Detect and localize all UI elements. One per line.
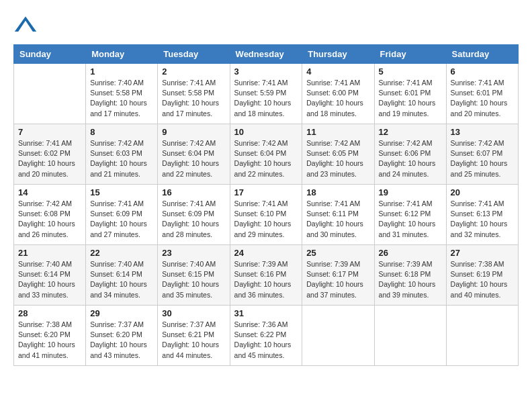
day-info: Sunrise: 7:41 AMSunset: 6:12 PMDaylight:… (379, 199, 442, 240)
day-number: 20 (451, 187, 514, 197)
day-number: 18 (306, 187, 369, 197)
day-number: 22 (90, 248, 153, 258)
day-number: 3 (234, 66, 298, 77)
day-number: 11 (306, 127, 369, 137)
column-header-sunday: Sunday (14, 45, 86, 64)
page-header (13, 13, 519, 38)
calendar-cell: 4Sunrise: 7:41 AMSunset: 6:00 PMDaylight… (302, 64, 374, 124)
day-number: 21 (18, 248, 81, 258)
day-info: Sunrise: 7:41 AMSunset: 6:00 PMDaylight:… (306, 78, 369, 119)
calendar-cell: 24Sunrise: 7:39 AMSunset: 6:16 PMDayligh… (230, 245, 302, 306)
calendar-cell: 3Sunrise: 7:41 AMSunset: 5:59 PMDaylight… (230, 64, 302, 124)
calendar-cell: 29Sunrise: 7:37 AMSunset: 6:20 PMDayligh… (86, 306, 158, 366)
calendar-cell: 27Sunrise: 7:38 AMSunset: 6:19 PMDayligh… (446, 245, 518, 306)
day-number: 12 (379, 127, 442, 137)
calendar-cell: 28Sunrise: 7:38 AMSunset: 6:20 PMDayligh… (14, 306, 86, 366)
calendar-cell: 7Sunrise: 7:41 AMSunset: 6:02 PMDaylight… (14, 124, 86, 185)
day-info: Sunrise: 7:41 AMSunset: 6:01 PMDaylight:… (379, 78, 442, 119)
day-number: 27 (451, 248, 514, 258)
day-info: Sunrise: 7:38 AMSunset: 6:20 PMDaylight:… (18, 320, 81, 361)
day-info: Sunrise: 7:42 AMSunset: 6:04 PMDaylight:… (162, 138, 225, 179)
calendar-cell: 23Sunrise: 7:40 AMSunset: 6:15 PMDayligh… (158, 245, 230, 306)
day-info: Sunrise: 7:41 AMSunset: 6:01 PMDaylight:… (451, 78, 514, 119)
day-number: 26 (379, 248, 442, 258)
day-number: 30 (162, 308, 225, 318)
day-number: 23 (162, 248, 225, 258)
calendar-cell: 14Sunrise: 7:42 AMSunset: 6:08 PMDayligh… (14, 185, 86, 245)
day-number: 10 (234, 127, 298, 137)
day-number: 1 (90, 66, 153, 77)
day-info: Sunrise: 7:42 AMSunset: 6:03 PMDaylight:… (90, 138, 153, 179)
column-header-thursday: Thursday (302, 45, 374, 64)
calendar-header-row: SundayMondayTuesdayWednesdayThursdayFrid… (14, 45, 519, 64)
calendar-cell: 16Sunrise: 7:41 AMSunset: 6:09 PMDayligh… (158, 185, 230, 245)
day-info: Sunrise: 7:37 AMSunset: 6:20 PMDaylight:… (90, 320, 153, 361)
day-info: Sunrise: 7:39 AMSunset: 6:18 PMDaylight:… (379, 259, 442, 300)
day-number: 13 (451, 127, 514, 137)
calendar-cell: 10Sunrise: 7:42 AMSunset: 6:04 PMDayligh… (230, 124, 302, 185)
calendar-cell (446, 306, 518, 366)
day-number: 8 (90, 127, 153, 137)
day-number: 14 (18, 187, 81, 197)
day-info: Sunrise: 7:42 AMSunset: 6:08 PMDaylight:… (18, 199, 81, 240)
day-number: 19 (379, 187, 442, 197)
day-info: Sunrise: 7:36 AMSunset: 6:22 PMDaylight:… (234, 320, 298, 361)
column-header-wednesday: Wednesday (230, 45, 302, 64)
day-number: 2 (162, 66, 225, 77)
day-info: Sunrise: 7:40 AMSunset: 6:15 PMDaylight:… (162, 259, 225, 300)
calendar-cell: 11Sunrise: 7:42 AMSunset: 6:05 PMDayligh… (302, 124, 374, 185)
calendar-cell: 20Sunrise: 7:41 AMSunset: 6:13 PMDayligh… (446, 185, 518, 245)
day-number: 5 (379, 66, 442, 77)
day-info: Sunrise: 7:39 AMSunset: 6:16 PMDaylight:… (234, 259, 298, 300)
calendar-cell (302, 306, 374, 366)
day-info: Sunrise: 7:41 AMSunset: 6:09 PMDaylight:… (90, 199, 153, 240)
day-info: Sunrise: 7:42 AMSunset: 6:06 PMDaylight:… (379, 138, 442, 179)
calendar-cell: 1Sunrise: 7:40 AMSunset: 5:58 PMDaylight… (86, 64, 158, 124)
day-info: Sunrise: 7:40 AMSunset: 6:14 PMDaylight:… (90, 259, 153, 300)
day-number: 9 (162, 127, 225, 137)
day-number: 16 (162, 187, 225, 197)
day-info: Sunrise: 7:41 AMSunset: 6:13 PMDaylight:… (451, 199, 514, 240)
calendar-week-row: 7Sunrise: 7:41 AMSunset: 6:02 PMDaylight… (14, 124, 519, 185)
day-info: Sunrise: 7:41 AMSunset: 6:09 PMDaylight:… (162, 199, 225, 240)
calendar-cell: 26Sunrise: 7:39 AMSunset: 6:18 PMDayligh… (374, 245, 446, 306)
day-info: Sunrise: 7:41 AMSunset: 5:58 PMDaylight:… (162, 78, 225, 119)
day-info: Sunrise: 7:41 AMSunset: 5:59 PMDaylight:… (234, 78, 298, 119)
day-info: Sunrise: 7:41 AMSunset: 6:02 PMDaylight:… (18, 138, 81, 179)
calendar-cell: 19Sunrise: 7:41 AMSunset: 6:12 PMDayligh… (374, 185, 446, 245)
calendar-cell: 2Sunrise: 7:41 AMSunset: 5:58 PMDaylight… (158, 64, 230, 124)
calendar-cell: 21Sunrise: 7:40 AMSunset: 6:14 PMDayligh… (14, 245, 86, 306)
logo (13, 13, 40, 38)
calendar-week-row: 21Sunrise: 7:40 AMSunset: 6:14 PMDayligh… (14, 245, 519, 306)
day-info: Sunrise: 7:38 AMSunset: 6:19 PMDaylight:… (451, 259, 514, 300)
column-header-friday: Friday (374, 45, 446, 64)
column-header-monday: Monday (86, 45, 158, 64)
day-number: 6 (451, 66, 514, 77)
day-info: Sunrise: 7:42 AMSunset: 6:04 PMDaylight:… (234, 138, 298, 179)
calendar-cell: 30Sunrise: 7:37 AMSunset: 6:21 PMDayligh… (158, 306, 230, 366)
day-info: Sunrise: 7:41 AMSunset: 6:11 PMDaylight:… (306, 199, 369, 240)
calendar-cell (14, 64, 86, 124)
day-info: Sunrise: 7:39 AMSunset: 6:17 PMDaylight:… (306, 259, 369, 300)
day-number: 17 (234, 187, 298, 197)
calendar-cell: 9Sunrise: 7:42 AMSunset: 6:04 PMDaylight… (158, 124, 230, 185)
column-header-saturday: Saturday (446, 45, 518, 64)
calendar-cell: 13Sunrise: 7:42 AMSunset: 6:07 PMDayligh… (446, 124, 518, 185)
calendar-cell: 25Sunrise: 7:39 AMSunset: 6:17 PMDayligh… (302, 245, 374, 306)
calendar-cell: 15Sunrise: 7:41 AMSunset: 6:09 PMDayligh… (86, 185, 158, 245)
day-info: Sunrise: 7:37 AMSunset: 6:21 PMDaylight:… (162, 320, 225, 361)
day-number: 25 (306, 248, 369, 258)
calendar-cell (374, 306, 446, 366)
day-info: Sunrise: 7:42 AMSunset: 6:05 PMDaylight:… (306, 138, 369, 179)
day-info: Sunrise: 7:40 AMSunset: 6:14 PMDaylight:… (18, 259, 81, 300)
day-number: 7 (18, 127, 81, 137)
day-number: 28 (18, 308, 81, 318)
calendar-cell: 17Sunrise: 7:41 AMSunset: 6:10 PMDayligh… (230, 185, 302, 245)
calendar-week-row: 1Sunrise: 7:40 AMSunset: 5:58 PMDaylight… (14, 64, 519, 124)
calendar-cell: 12Sunrise: 7:42 AMSunset: 6:06 PMDayligh… (374, 124, 446, 185)
logo-icon (13, 13, 38, 38)
calendar-cell: 6Sunrise: 7:41 AMSunset: 6:01 PMDaylight… (446, 64, 518, 124)
calendar-cell: 31Sunrise: 7:36 AMSunset: 6:22 PMDayligh… (230, 306, 302, 366)
calendar-cell: 18Sunrise: 7:41 AMSunset: 6:11 PMDayligh… (302, 185, 374, 245)
calendar-cell: 5Sunrise: 7:41 AMSunset: 6:01 PMDaylight… (374, 64, 446, 124)
